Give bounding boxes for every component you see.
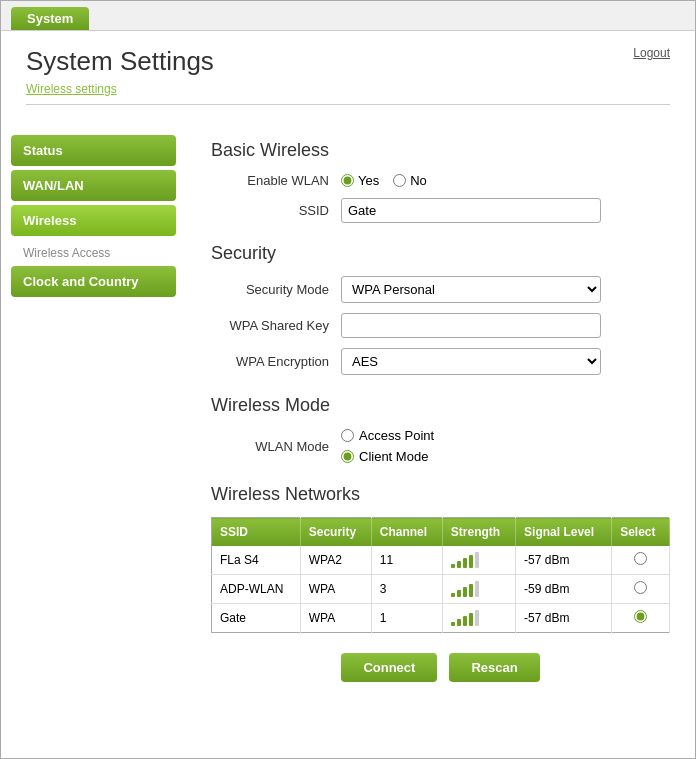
enable-wlan-label: Enable WLAN — [211, 173, 341, 188]
wlan-mode-control: Access Point Client Mode — [341, 428, 601, 464]
wpa-key-input[interactable] — [341, 313, 601, 338]
network-ssid: ADP-WLAN — [212, 575, 301, 604]
security-section: Security Security Mode WPA Personal WPA2… — [211, 243, 670, 375]
tab-bar: System — [1, 1, 695, 31]
wlan-mode-row: WLAN Mode Access Point Client Mode — [211, 428, 670, 464]
security-title: Security — [211, 243, 670, 264]
sidebar-item-wireless[interactable]: Wireless — [11, 205, 176, 236]
network-security: WPA — [300, 604, 371, 633]
network-select-radio[interactable] — [634, 581, 647, 594]
enable-wlan-yes-text: Yes — [358, 173, 379, 188]
wlan-mode-label: WLAN Mode — [211, 439, 341, 454]
network-security: WPA2 — [300, 546, 371, 575]
rescan-button[interactable]: Rescan — [449, 653, 539, 682]
access-point-radio[interactable] — [341, 429, 354, 442]
wpa-encryption-control: AES TKIP AES+TKIP — [341, 348, 601, 375]
enable-wlan-row: Enable WLAN Yes No — [211, 173, 670, 188]
connect-button[interactable]: Connect — [341, 653, 437, 682]
wpa-encryption-select[interactable]: AES TKIP AES+TKIP — [341, 348, 601, 375]
content-area: Status WAN/LAN Wireless Wireless Access … — [1, 120, 695, 758]
security-mode-select[interactable]: WPA Personal WPA2 Personal WEP None — [341, 276, 601, 303]
signal-bars-icon — [451, 610, 507, 626]
security-mode-control: WPA Personal WPA2 Personal WEP None — [341, 276, 601, 303]
table-header-row: SSID Security Channel Strength Signal Le… — [212, 518, 670, 547]
wpa-key-row: WPA Shared Key — [211, 313, 670, 338]
enable-wlan-no-text: No — [410, 173, 427, 188]
col-channel: Channel — [371, 518, 442, 547]
security-mode-label: Security Mode — [211, 282, 341, 297]
enable-wlan-no-label[interactable]: No — [393, 173, 427, 188]
breadcrumb[interactable]: Wireless settings — [26, 82, 117, 96]
networks-table: SSID Security Channel Strength Signal Le… — [211, 517, 670, 633]
network-select-radio[interactable] — [634, 610, 647, 623]
wpa-encryption-label: WPA Encryption — [211, 354, 341, 369]
client-mode-text: Client Mode — [359, 449, 428, 464]
network-ssid: FLa S4 — [212, 546, 301, 575]
signal-bars-icon — [451, 552, 507, 568]
client-mode-radio[interactable] — [341, 450, 354, 463]
access-point-label[interactable]: Access Point — [341, 428, 601, 443]
enable-wlan-no-radio[interactable] — [393, 174, 406, 187]
col-ssid: SSID — [212, 518, 301, 547]
access-point-text: Access Point — [359, 428, 434, 443]
page-header: System Settings Logout Wireless settings — [1, 31, 695, 120]
enable-wlan-control: Yes No — [341, 173, 601, 188]
network-signal-level: -57 dBm — [516, 604, 612, 633]
client-mode-label[interactable]: Client Mode — [341, 449, 601, 464]
wireless-mode-section: Wireless Mode WLAN Mode Access Point Cli… — [211, 395, 670, 464]
logout-link[interactable]: Logout — [633, 46, 670, 60]
network-security: WPA — [300, 575, 371, 604]
network-strength — [442, 575, 515, 604]
network-strength — [442, 546, 515, 575]
main-content: Basic Wireless Enable WLAN Yes No — [186, 120, 695, 758]
sidebar-item-wanlan[interactable]: WAN/LAN — [11, 170, 176, 201]
main-window: System System Settings Logout Wireless s… — [0, 0, 696, 759]
system-tab[interactable]: System — [11, 7, 89, 30]
network-select-cell[interactable] — [612, 575, 670, 604]
ssid-row: SSID — [211, 198, 670, 223]
security-mode-row: Security Mode WPA Personal WPA2 Personal… — [211, 276, 670, 303]
col-security: Security — [300, 518, 371, 547]
col-signal: Signal Level — [516, 518, 612, 547]
enable-wlan-yes-radio[interactable] — [341, 174, 354, 187]
table-row: GateWPA1-57 dBm — [212, 604, 670, 633]
wireless-networks-section: Wireless Networks SSID Security Channel … — [211, 484, 670, 633]
sidebar: Status WAN/LAN Wireless Wireless Access … — [1, 120, 186, 758]
sidebar-item-clock[interactable]: Clock and Country — [11, 266, 176, 297]
enable-wlan-yes-label[interactable]: Yes — [341, 173, 379, 188]
action-buttons: Connect Rescan — [211, 653, 670, 682]
basic-wireless-section: Basic Wireless Enable WLAN Yes No — [211, 140, 670, 223]
ssid-control — [341, 198, 601, 223]
network-select-cell[interactable] — [612, 604, 670, 633]
sidebar-item-status[interactable]: Status — [11, 135, 176, 166]
network-ssid: Gate — [212, 604, 301, 633]
signal-bars-icon — [451, 581, 507, 597]
ssid-label: SSID — [211, 203, 341, 218]
network-signal-level: -57 dBm — [516, 546, 612, 575]
header-divider — [26, 104, 670, 105]
wpa-key-control — [341, 313, 601, 338]
network-strength — [442, 604, 515, 633]
network-select-cell[interactable] — [612, 546, 670, 575]
table-row: FLa S4WPA211-57 dBm — [212, 546, 670, 575]
page-title: System Settings — [26, 46, 214, 77]
sidebar-item-wireless-access[interactable]: Wireless Access — [11, 240, 176, 266]
network-channel: 1 — [371, 604, 442, 633]
col-strength: Strength — [442, 518, 515, 547]
wpa-encryption-row: WPA Encryption AES TKIP AES+TKIP — [211, 348, 670, 375]
table-row: ADP-WLANWPA3-59 dBm — [212, 575, 670, 604]
wpa-key-label: WPA Shared Key — [211, 318, 341, 333]
ssid-input[interactable] — [341, 198, 601, 223]
network-select-radio[interactable] — [634, 552, 647, 565]
network-channel: 3 — [371, 575, 442, 604]
wireless-mode-title: Wireless Mode — [211, 395, 670, 416]
network-signal-level: -59 dBm — [516, 575, 612, 604]
col-select: Select — [612, 518, 670, 547]
basic-wireless-title: Basic Wireless — [211, 140, 670, 161]
network-channel: 11 — [371, 546, 442, 575]
wireless-networks-title: Wireless Networks — [211, 484, 670, 505]
